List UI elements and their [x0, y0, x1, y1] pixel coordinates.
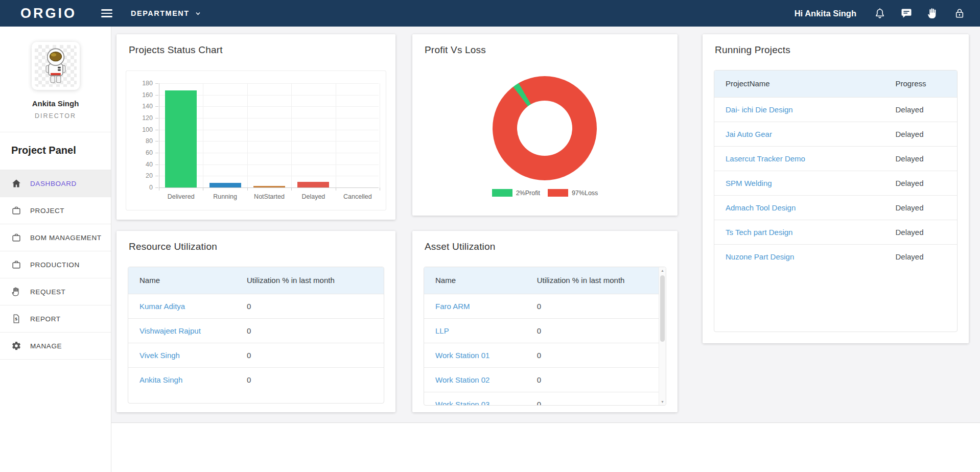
asset-utilization-table: NameUtilization % in last monthFaro ARM0… [424, 267, 666, 406]
table-row: Vivek Singh0 [128, 343, 384, 367]
sidebar-item-label: REPORT [30, 315, 61, 323]
sidebar-item-label: PROJECT [30, 207, 64, 215]
row-link[interactable]: Work Station 01 [424, 343, 526, 367]
scrollbar-up-arrow[interactable]: ▲ [659, 269, 666, 272]
table-row: Vishwajeet Rajput0 [128, 318, 384, 343]
y-axis-tick-label: 0 [126, 184, 153, 191]
sidebar-item-manage[interactable]: MANAGE [0, 333, 111, 360]
department-label: DEPARTMENT [131, 9, 190, 17]
row-link[interactable]: LLP [424, 318, 526, 343]
orgio-logo[interactable]: ORGIO [20, 6, 77, 21]
row-link[interactable]: Jai Auto Gear [714, 122, 884, 146]
table-row: SPM WeldingDelayed [714, 171, 957, 195]
table-row: Nuzone Part DesignDelayed [714, 244, 957, 269]
column-header: Name [424, 267, 526, 294]
report-icon: $ [11, 314, 21, 324]
user-role: DIRECTOR [0, 112, 111, 120]
x-axis-tick [159, 187, 159, 191]
row-link[interactable]: Vishwajeet Rajput [128, 318, 236, 343]
row-link[interactable]: Dai- ichi Die Design [714, 97, 884, 122]
sidebar-item-request[interactable]: REQUEST [0, 278, 111, 305]
x-axis-tick [203, 187, 203, 191]
sidebar: Ankita Singh DIRECTOR Project Panel DASH… [0, 27, 111, 472]
sidebar-item-project[interactable]: PROJECT [0, 197, 111, 224]
row-value: Delayed [884, 244, 958, 269]
hamburger-menu-icon[interactable] [101, 7, 112, 19]
briefcase-icon [11, 259, 21, 270]
bar-chart: 020406080100120140160180DeliveredRunning… [126, 70, 386, 210]
content-footer [111, 422, 980, 472]
asset-utilization-card: Asset Utilization NameUtilization % in l… [412, 231, 678, 412]
row-link[interactable]: Faro ARM [424, 294, 526, 318]
resource-utilization-card: Resource Utilization NameUtilization % i… [116, 231, 395, 412]
sidebar-item-report[interactable]: $ REPORT [0, 305, 111, 333]
row-link[interactable]: Work Station 03 [424, 392, 526, 406]
y-axis-tick [155, 187, 158, 188]
row-link[interactable]: Vivek Singh [128, 343, 236, 367]
column-header: Utilization % in last month [236, 267, 384, 294]
scrollbar-thumb[interactable] [660, 275, 665, 342]
legend-swatch [548, 189, 568, 197]
y-axis-tick [155, 141, 158, 141]
row-value: 0 [526, 294, 666, 318]
table-row: Ts Tech part DesignDelayed [714, 220, 957, 244]
vertical-gridline [380, 83, 380, 187]
sidebar-item-label: REQUEST [30, 288, 65, 296]
table-row: Lasercut Tracker DemoDelayed [714, 146, 957, 171]
row-link[interactable]: Admach Tool Design [714, 195, 884, 220]
sidebar-item-dashboard[interactable]: DASHBOARD [0, 170, 111, 197]
card-title: Running Projects [715, 44, 790, 56]
row-link[interactable]: Kumar Aditya [128, 294, 236, 318]
row-link[interactable]: Lasercut Tracker Demo [714, 146, 884, 171]
table-row: Work Station 010 [424, 343, 666, 367]
sidebar-item-bom-management[interactable]: BOM MANAGEMENT [0, 224, 111, 251]
running-projects-card: Running Projects ProjectNameProgressDai-… [703, 34, 969, 343]
legend-label: 2%Profit [516, 190, 540, 197]
table-row: Ankita Singh0 [128, 367, 384, 392]
gridline [159, 83, 379, 84]
bar-delivered [165, 90, 197, 187]
legend-item: 2%Profit [492, 189, 540, 197]
chart-legend: 2%Profit97%Loss [412, 189, 678, 197]
main-content: Projects Status Chart 020406080100120140… [111, 27, 980, 472]
svg-text:$: $ [15, 317, 18, 321]
bar-notstarted [253, 186, 285, 187]
y-axis-tick [155, 83, 158, 84]
chat-icon[interactable] [900, 7, 913, 19]
row-link[interactable]: SPM Welding [714, 171, 884, 195]
running-projects-table: ProjectNameProgressDai- ichi Die DesignD… [714, 70, 958, 332]
row-link[interactable]: Ts Tech part Design [714, 220, 884, 244]
row-link[interactable]: Work Station 02 [424, 367, 526, 392]
row-link[interactable]: Ankita Singh [128, 367, 236, 392]
column-header: ProjectName [714, 70, 884, 97]
astronaut-avatar-image [35, 45, 77, 87]
department-dropdown[interactable]: DEPARTMENT [131, 9, 202, 17]
bar-delayed [297, 182, 329, 187]
projects-status-chart-card: Projects Status Chart 020406080100120140… [116, 34, 395, 220]
scrollbar-down-arrow[interactable]: ▼ [659, 400, 666, 404]
vertical-gridline [336, 83, 336, 187]
notification-bell-icon[interactable] [874, 7, 886, 19]
x-axis-tick [247, 187, 248, 191]
lock-icon[interactable] [953, 7, 966, 19]
sidebar-item-production[interactable]: PRODUCTION [0, 251, 111, 278]
row-value: Delayed [884, 171, 958, 195]
table-row: Jai Auto GearDelayed [714, 122, 957, 146]
x-axis-category-label: Delayed [291, 193, 336, 200]
sidebar-item-label: MANAGE [30, 342, 62, 350]
card-title: Projects Status Chart [129, 44, 223, 56]
gridline [159, 187, 379, 188]
scrollbar[interactable]: ▲ ▼ [659, 267, 666, 405]
panel-title: Project Panel [11, 145, 111, 156]
y-axis-tick-label: 140 [126, 103, 153, 110]
y-axis-tick [155, 164, 158, 165]
sidebar-menu: DASHBOARD PROJECT BOM MANAGEMENT PRODUCT… [0, 170, 111, 360]
table-row: Kumar Aditya0 [128, 294, 384, 318]
row-value: 0 [236, 294, 384, 318]
x-axis-tick [336, 187, 336, 191]
row-link[interactable]: Nuzone Part Design [714, 244, 884, 269]
y-axis-tick-label: 80 [126, 137, 153, 145]
table-row: Admach Tool DesignDelayed [714, 195, 957, 220]
gear-icon [11, 341, 21, 351]
hand-icon[interactable] [927, 7, 939, 19]
